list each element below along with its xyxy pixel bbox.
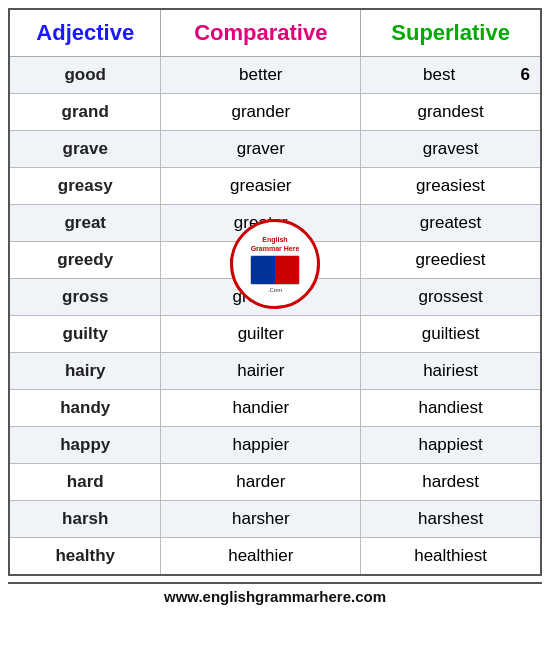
cell-superlative: happiest	[361, 427, 541, 464]
cell-superlative: best 6	[361, 57, 541, 94]
header-comparative: Comparative	[161, 9, 361, 57]
table-row: greatgreatergreatest	[9, 205, 541, 242]
cell-superlative: grossest	[361, 279, 541, 316]
table-row: happyhappierhappiest	[9, 427, 541, 464]
cell-superlative: hairiest	[361, 353, 541, 390]
table-row: handyhandierhandiest	[9, 390, 541, 427]
cell-comparative: greedier	[161, 242, 361, 279]
table-body: goodbetterbest 6grandgrandergrandestgrav…	[9, 57, 541, 576]
table-header-row: Adjective Comparative Superlative	[9, 9, 541, 57]
cell-superlative: greasiest	[361, 168, 541, 205]
cell-comparative: greater	[161, 205, 361, 242]
header-adjective: Adjective	[9, 9, 161, 57]
cell-adjective: guilty	[9, 316, 161, 353]
cell-comparative: guilter	[161, 316, 361, 353]
cell-adjective: handy	[9, 390, 161, 427]
cell-superlative: guiltiest	[361, 316, 541, 353]
cell-adjective: grand	[9, 94, 161, 131]
cell-comparative: greasier	[161, 168, 361, 205]
badge: 6	[521, 65, 534, 85]
cell-adjective: hard	[9, 464, 161, 501]
cell-comparative: happier	[161, 427, 361, 464]
table-row: hairyhairierhairiest	[9, 353, 541, 390]
table-row: gravegravergravest	[9, 131, 541, 168]
adjectives-table: Adjective Comparative Superlative goodbe…	[8, 8, 542, 576]
cell-adjective: good	[9, 57, 161, 94]
table-row: grandgrandergrandest	[9, 94, 541, 131]
cell-adjective: happy	[9, 427, 161, 464]
cell-superlative: healthiest	[361, 538, 541, 576]
table-row: greedygreediergreediest	[9, 242, 541, 279]
cell-adjective: greedy	[9, 242, 161, 279]
cell-superlative: greediest	[361, 242, 541, 279]
table-row: goodbetterbest 6	[9, 57, 541, 94]
cell-comparative: grander	[161, 94, 361, 131]
cell-comparative: handier	[161, 390, 361, 427]
cell-comparative: better	[161, 57, 361, 94]
table-row: harshharsherharshest	[9, 501, 541, 538]
cell-comparative: harsher	[161, 501, 361, 538]
cell-adjective: grave	[9, 131, 161, 168]
cell-adjective: gross	[9, 279, 161, 316]
cell-adjective: great	[9, 205, 161, 242]
table-row: guiltyguilterguiltiest	[9, 316, 541, 353]
cell-adjective: greasy	[9, 168, 161, 205]
cell-superlative: harshest	[361, 501, 541, 538]
cell-comparative: graver	[161, 131, 361, 168]
cell-adjective: harsh	[9, 501, 161, 538]
cell-comparative: healthier	[161, 538, 361, 576]
cell-superlative: gravest	[361, 131, 541, 168]
cell-superlative: hardest	[361, 464, 541, 501]
cell-adjective: hairy	[9, 353, 161, 390]
cell-superlative: handiest	[361, 390, 541, 427]
cell-comparative: hairier	[161, 353, 361, 390]
footer: www.english​grammarhere.com	[8, 582, 542, 609]
table-row: greasygreasiergreasiest	[9, 168, 541, 205]
cell-comparative: grosser	[161, 279, 361, 316]
table-row: grossgrossergrossest	[9, 279, 541, 316]
cell-adjective: healthy	[9, 538, 161, 576]
cell-comparative: harder	[161, 464, 361, 501]
header-superlative: Superlative	[361, 9, 541, 57]
table-row: hardharderhardest	[9, 464, 541, 501]
table-row: healthyhealthierhealthiest	[9, 538, 541, 576]
cell-superlative: greatest	[361, 205, 541, 242]
cell-superlative: grandest	[361, 94, 541, 131]
